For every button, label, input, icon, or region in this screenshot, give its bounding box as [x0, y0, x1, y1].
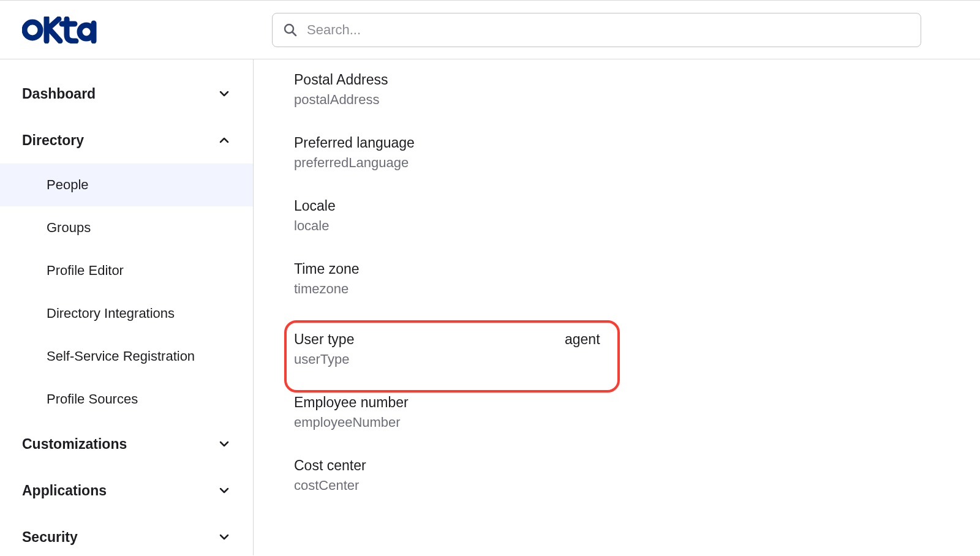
attr-label: Time zone: [294, 261, 980, 277]
attr-preferred-language: Preferred language preferredLanguage: [294, 135, 980, 171]
sidebar-item-profile-sources[interactable]: Profile Sources: [0, 378, 253, 421]
sidebar-item-label: Directory Integrations: [47, 306, 175, 321]
attr-locale: Locale locale: [294, 198, 980, 234]
search-field[interactable]: [272, 13, 921, 47]
attr-value: agent: [565, 331, 600, 348]
app-body: Dashboard Directory People Groups Profil…: [0, 59, 980, 555]
sidebar-item-profile-editor[interactable]: Profile Editor: [0, 249, 253, 292]
attr-key: userType: [294, 351, 980, 367]
attr-key: preferredLanguage: [294, 155, 980, 171]
sidebar: Dashboard Directory People Groups Profil…: [0, 59, 254, 555]
attr-label: Locale: [294, 198, 980, 214]
main-panel: Postal Address postalAddress Preferred l…: [253, 59, 980, 555]
sidebar-item-self-service-registration[interactable]: Self-Service Registration: [0, 335, 253, 378]
sidebar-item-label: People: [47, 177, 89, 193]
search-input[interactable]: [272, 13, 921, 47]
chevron-up-icon: [217, 133, 231, 147]
sidebar-item-security[interactable]: Security: [0, 514, 253, 555]
attr-key: costCenter: [294, 478, 980, 494]
attr-time-zone: Time zone timezone: [294, 261, 980, 297]
sidebar-item-directory[interactable]: Directory: [0, 117, 253, 163]
sidebar-item-directory-integrations[interactable]: Directory Integrations: [0, 292, 253, 335]
chevron-down-icon: [217, 484, 231, 497]
chevron-down-icon: [217, 530, 231, 544]
chevron-down-icon: [217, 437, 231, 451]
attr-employee-number: Employee number employeeNumber: [294, 394, 980, 430]
attr-key: employeeNumber: [294, 415, 980, 430]
sidebar-item-applications[interactable]: Applications: [0, 467, 253, 514]
sidebar-item-customizations[interactable]: Customizations: [0, 421, 253, 467]
attr-label: Preferred language: [294, 135, 980, 151]
sidebar-item-label: Groups: [47, 220, 91, 236]
search-container: [272, 13, 921, 47]
sidebar-item-people[interactable]: People: [0, 163, 253, 206]
sidebar-item-dashboard[interactable]: Dashboard: [0, 70, 253, 117]
sidebar-item-label: Applications: [22, 483, 107, 499]
sidebar-item-label: Security: [22, 529, 78, 546]
chevron-down-icon: [217, 87, 231, 100]
search-icon: [283, 23, 298, 37]
attr-key: timezone: [294, 281, 980, 297]
sidebar-item-label: Profile Sources: [47, 391, 138, 407]
attr-key: postalAddress: [294, 92, 980, 108]
attr-postal-address: Postal Address postalAddress: [294, 72, 980, 108]
attr-label: Postal Address: [294, 72, 980, 88]
okta-logo: [22, 17, 100, 43]
sidebar-item-label: Dashboard: [22, 86, 96, 102]
svg-point-0: [24, 22, 40, 38]
attr-label: Cost center: [294, 457, 980, 474]
svg-line-3: [293, 32, 296, 36]
app-header: [0, 1, 980, 59]
attribute-list: Postal Address postalAddress Preferred l…: [254, 72, 980, 555]
sidebar-item-label: Directory: [22, 132, 84, 149]
attr-label: User type: [294, 331, 980, 348]
sidebar-item-label: Customizations: [22, 436, 127, 453]
sidebar-item-label: Self-Service Registration: [47, 348, 195, 364]
sidebar-item-label: Profile Editor: [47, 263, 124, 279]
attr-label: Employee number: [294, 394, 980, 411]
attr-cost-center: Cost center costCenter: [294, 457, 980, 494]
attr-user-type: User type userType agent: [294, 324, 980, 375]
attr-key: locale: [294, 218, 980, 234]
sidebar-item-groups[interactable]: Groups: [0, 206, 253, 249]
